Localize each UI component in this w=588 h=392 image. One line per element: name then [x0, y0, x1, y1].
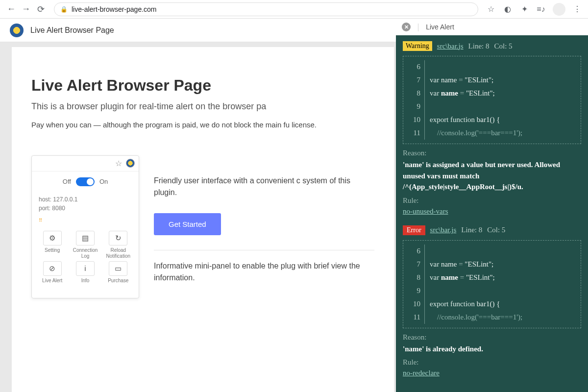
popup-info: host: 127.0.0.1 port: 8080 — [32, 192, 139, 216]
avatar[interactable] — [553, 3, 565, 16]
header-separator: | — [417, 23, 419, 31]
code-text: //console.log('===bar===1'); — [425, 311, 522, 324]
popup-cell-label: Info — [70, 278, 100, 284]
lock-icon: 🔒 — [60, 6, 68, 13]
line-number: 10 — [403, 113, 425, 126]
app-logo — [10, 24, 24, 37]
code-text: //console.log('===bar===1'); — [425, 126, 522, 140]
line-number: 9 — [403, 100, 425, 113]
code-line: 6 — [403, 60, 581, 74]
popup-cell[interactable]: ▤Connection Log — [70, 231, 100, 259]
feature-row: ☆ Off On host: 127.0.0.1 port: 8080 ⠿ ⚙S… — [31, 155, 374, 298]
line-number: 9 — [403, 284, 425, 297]
popup-cell[interactable]: ⚙Setting — [37, 231, 68, 259]
reason-text: 'name' is assigned a value but never use… — [403, 159, 581, 193]
reload-icon[interactable]: ⟳ — [35, 4, 46, 15]
app-title: Live Alert Browser Page — [30, 26, 114, 35]
popup-mini-logo — [126, 159, 135, 168]
extension-icon[interactable]: ◐ — [503, 4, 513, 14]
alert-badge: Error — [403, 225, 425, 235]
toggle-off-label: Off — [63, 178, 71, 185]
alert-line: Line: 8 — [461, 226, 482, 234]
rule-label: Rule: — [403, 196, 581, 205]
code-line: 8var name = "ESLint"; — [403, 271, 581, 284]
popup-port: port: 8080 — [39, 204, 132, 213]
popup-cell-label: Reload Notification — [103, 247, 134, 259]
line-number: 6 — [403, 60, 425, 74]
get-started-button[interactable]: Get Started — [154, 213, 221, 235]
code-box: 67var name = "ESLint";8var name = "ESLin… — [403, 240, 581, 328]
line-number: 8 — [403, 87, 425, 100]
reason-label: Reason: — [403, 333, 581, 342]
code-text: export function bar1() { — [425, 113, 500, 126]
page-subtitle: This is a browser plugin for real-time a… — [31, 101, 374, 112]
popup-cell[interactable]: ⊘Live Alert — [37, 261, 68, 284]
line-number: 7 — [403, 74, 425, 87]
star-icon[interactable]: ☆ — [486, 4, 496, 14]
code-line: 9 — [403, 284, 581, 297]
code-line: 8var name = "ESLint"; — [403, 87, 581, 100]
code-line: 6 — [403, 245, 581, 258]
rule-label: Rule: — [403, 358, 581, 367]
feature-text: Friendly user interface with a convenien… — [154, 155, 374, 298]
address-bar[interactable]: 🔒 live-alert-browser-page.com — [54, 2, 478, 16]
code-text: var name = "ESLint"; — [425, 87, 495, 100]
alert-line: Line: 8 — [468, 42, 490, 50]
popup-cell[interactable]: ↻Reload Notification — [103, 231, 134, 259]
popup-cell-label: Connection Log — [70, 247, 100, 259]
divider — [154, 250, 374, 250]
url-text: live-alert-browser-page.com — [72, 5, 157, 13]
reason-text: 'name' is already defined. — [403, 343, 581, 355]
popup-header: ☆ — [32, 156, 139, 172]
page-content: Live Alert Browser Page This is a browse… — [12, 47, 394, 392]
code-line: 10export function bar1() { — [403, 113, 581, 126]
code-line: 11 //console.log('===bar===1'); — [403, 126, 581, 140]
popup-cell-icon: ▤ — [76, 231, 95, 245]
alert-file-link[interactable]: src\bar.js — [430, 226, 457, 234]
line-number: 11 — [403, 126, 425, 140]
line-number: 11 — [403, 311, 425, 324]
code-text: var name = "ESLint"; — [425, 271, 495, 284]
code-line: 9 — [403, 100, 581, 113]
browser-toolbar: ← → ⟳ 🔒 live-alert-browser-page.com ☆ ◐ … — [0, 0, 588, 19]
page-heading: Live Alert Browser Page — [31, 76, 374, 95]
puzzle-icon[interactable]: ✦ — [519, 4, 529, 14]
line-number: 6 — [403, 245, 425, 258]
popup-dots-icon[interactable]: ⠿ — [32, 216, 139, 227]
alert-badge: Warning — [403, 41, 432, 51]
close-icon[interactable]: ✕ — [402, 23, 411, 31]
alert-col: Col: 5 — [494, 42, 513, 50]
code-line: 11 //console.log('===bar===1'); — [403, 311, 581, 324]
code-line: 7var name = "ESLint"; — [403, 74, 581, 87]
line-number: 8 — [403, 271, 425, 284]
rule-link[interactable]: no-unused-vars — [403, 207, 448, 215]
popup-cell-label: Setting — [37, 247, 68, 253]
back-icon[interactable]: ← — [6, 4, 17, 15]
toggle-switch[interactable] — [76, 177, 95, 186]
line-number: 10 — [403, 297, 425, 311]
alert-meta: Warning src\bar.js Line: 8 Col: 5 — [403, 41, 581, 51]
forward-icon[interactable]: → — [21, 4, 31, 15]
alert-file-link[interactable]: src\bar.js — [437, 42, 464, 50]
alert-panel-title: Live Alert — [426, 23, 454, 31]
code-line: 7var name = "ESLint"; — [403, 258, 581, 271]
alert-panel-header: ✕ | Live Alert — [396, 19, 588, 35]
rule-link[interactable]: no-redeclare — [403, 369, 440, 377]
alert-meta: Error src\bar.js Line: 8 Col: 5 — [403, 225, 581, 235]
popup-host: host: 127.0.0.1 — [39, 195, 132, 204]
code-text: var name = "ESLint"; — [425, 74, 493, 87]
menu-icon[interactable]: ⋮ — [572, 4, 582, 14]
line-number: 7 — [403, 258, 425, 271]
code-text: export function bar1() { — [425, 297, 500, 311]
popup-cell[interactable]: ▭Purchase — [103, 261, 134, 284]
alert-body: Warning src\bar.js Line: 8 Col: 5 67var … — [396, 35, 588, 381]
playlist-icon[interactable]: ≡♪ — [536, 4, 546, 14]
popup-cell-icon: i — [76, 261, 95, 276]
popup-grid: ⚙Setting▤Connection Log↻Reload Notificat… — [32, 227, 139, 290]
toggle-on-label: On — [99, 178, 108, 185]
popup-cell-icon: ↻ — [109, 231, 127, 245]
popup-panel: ☆ Off On host: 127.0.0.1 port: 8080 ⠿ ⚙S… — [31, 155, 139, 298]
popup-cell[interactable]: iInfo — [70, 261, 100, 284]
popup-cell-icon: ⚙ — [43, 231, 62, 245]
popup-star-icon[interactable]: ☆ — [115, 159, 122, 168]
